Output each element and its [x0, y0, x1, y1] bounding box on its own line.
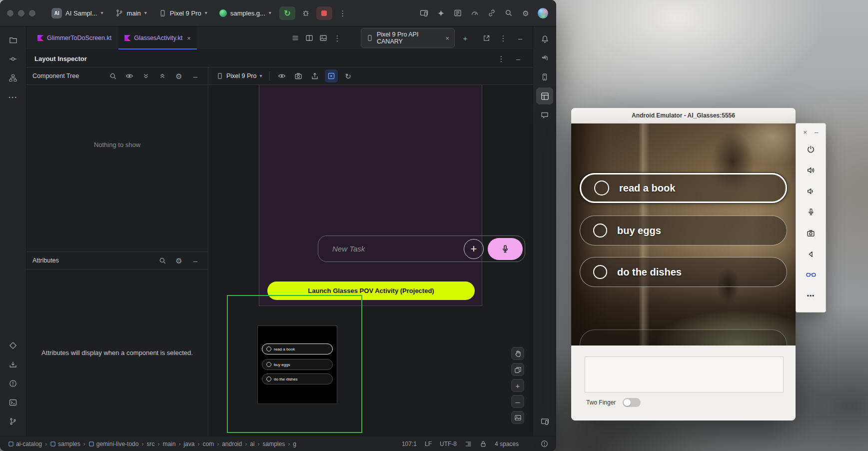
add-device-button[interactable]: +	[459, 32, 472, 44]
device-manager-button[interactable]	[485, 6, 498, 20]
view-options-button[interactable]	[275, 70, 288, 82]
attributes-settings-button[interactable]: ⚙	[172, 254, 185, 267]
breadcrumb-item[interactable]: gemini-live-todo	[88, 440, 139, 448]
project-tool-button[interactable]	[4, 32, 21, 48]
emulator-titlebar[interactable]: Android Emulator - AI_Glasses:5556	[571, 108, 796, 124]
touchpad-area[interactable]	[585, 356, 784, 392]
breadcrumb-item[interactable]: java	[183, 440, 194, 448]
open-in-new-window-button[interactable]	[480, 32, 493, 44]
more-run-actions-button[interactable]: ⋮	[336, 6, 349, 20]
dependencies-tool-button[interactable]	[4, 337, 21, 354]
back-button[interactable]	[801, 244, 821, 264]
collapse-all-button[interactable]	[156, 70, 169, 82]
running-devices-options-button[interactable]: ⋮	[497, 32, 510, 44]
profile-avatar[interactable]	[536, 6, 549, 20]
emulator-screen[interactable]: read a book buy eggs do the dishes	[571, 124, 796, 346]
screenshot-button[interactable]	[292, 70, 305, 82]
tree-visibility-button[interactable]	[123, 70, 136, 82]
caret-position-widget[interactable]: 107:1	[402, 440, 417, 448]
breadcrumb-item[interactable]: g	[293, 440, 296, 448]
minimize-window-button[interactable]	[18, 10, 24, 16]
zoom-out-button[interactable]: –	[511, 395, 524, 408]
camera-button[interactable]	[801, 222, 821, 244]
more-controls-button[interactable]: •••	[801, 286, 821, 306]
refresh-button[interactable]: ↻	[341, 70, 354, 82]
breadcrumb-item[interactable]: ai-catalog	[8, 440, 42, 448]
notifications-button[interactable]	[536, 30, 553, 48]
attributes-search-button[interactable]	[156, 254, 169, 267]
volume-down-button[interactable]	[801, 180, 821, 202]
debug-button[interactable]	[299, 6, 312, 20]
breadcrumb-item[interactable]: ai	[250, 440, 254, 448]
add-task-button[interactable]: +	[464, 239, 484, 259]
breadcrumb-item[interactable]: samples	[263, 440, 285, 448]
reset-zoom-button[interactable]	[511, 411, 524, 424]
terminal-tool-button[interactable]	[4, 394, 21, 411]
target-device-selector[interactable]: Pixel 9 Pro ▾	[155, 7, 211, 20]
inspector-device-selector[interactable]: Pixel 9 Pro ▾	[214, 72, 264, 80]
close-panel-button[interactable]: ×	[804, 128, 808, 136]
version-control-tool-button[interactable]	[4, 413, 21, 430]
editor-tab-options-button[interactable]: ⋮	[331, 32, 344, 44]
stop-button[interactable]	[316, 6, 332, 20]
lock-icon[interactable]	[480, 440, 487, 448]
hide-tree-button[interactable]: –	[189, 70, 202, 82]
volume-up-button[interactable]	[801, 160, 821, 180]
running-device-tab[interactable]: Pixel 9 Pro API CANARY ×	[361, 28, 455, 48]
voice-input-button[interactable]	[488, 238, 523, 260]
split-editor-button[interactable]	[303, 32, 316, 44]
device-render-canvas[interactable]: New Task + Launch Glasses POV Activity (…	[208, 85, 533, 436]
breadcrumb-item[interactable]: src	[146, 440, 154, 448]
power-button[interactable]	[801, 138, 821, 160]
tab-glimmer-todo-screen[interactable]: GlimmerToDoScreen.kt	[31, 26, 117, 50]
structure-tool-button[interactable]	[4, 70, 21, 86]
breadcrumb-item[interactable]: main	[162, 440, 175, 448]
problems-tool-button[interactable]	[4, 375, 21, 392]
export-snapshot-button[interactable]	[308, 70, 321, 82]
rerun-button[interactable]: ↻	[279, 6, 295, 20]
profiler-button[interactable]	[468, 6, 481, 20]
glasses-display-button[interactable]	[801, 264, 821, 286]
close-device-tab-icon[interactable]: ×	[445, 34, 449, 42]
editor-list-view-button[interactable]	[289, 32, 302, 44]
layout-inspector-tool-button[interactable]	[536, 88, 553, 104]
run-configuration-selector[interactable]: samples.g... ▾	[215, 7, 275, 20]
hide-inspector-button[interactable]: –	[512, 52, 525, 65]
minimize-panel-button[interactable]: –	[815, 128, 818, 136]
project-selector[interactable]: AI AI Sampl... ▾	[47, 6, 107, 21]
search-everywhere-button[interactable]	[502, 6, 515, 20]
gemini-chat-tool-button[interactable]	[536, 106, 553, 124]
preview-mode-button[interactable]	[317, 32, 330, 44]
layers-button[interactable]	[511, 363, 524, 376]
live-updates-toggle-button[interactable]	[325, 70, 338, 82]
breadcrumb-item[interactable]: samples	[50, 440, 80, 448]
indent-widget[interactable]: 4 spaces	[495, 440, 519, 448]
running-devices-button[interactable]	[417, 6, 430, 20]
tab-glasses-activity[interactable]: GlassesActivity.kt ×	[118, 26, 197, 50]
zoom-window-button[interactable]	[29, 10, 35, 16]
todo-item[interactable]: do the dishes	[580, 257, 787, 287]
expand-all-button[interactable]	[139, 70, 152, 82]
todo-item-partial[interactable]	[580, 330, 787, 346]
two-finger-toggle[interactable]	[623, 398, 641, 407]
settings-button[interactable]: ⚙	[519, 6, 532, 20]
gemini-button[interactable]	[434, 6, 447, 20]
indent-icon[interactable]	[465, 440, 472, 448]
zoom-in-button[interactable]: +	[511, 379, 524, 392]
todo-item[interactable]: buy eggs	[580, 216, 787, 246]
build-tool-button[interactable]	[4, 356, 21, 373]
more-tool-windows-button[interactable]: ···	[4, 88, 21, 106]
new-task-field[interactable]: New Task +	[318, 236, 525, 262]
commit-tool-button[interactable]	[4, 50, 21, 68]
todo-item[interactable]: read a book	[580, 173, 787, 203]
breadcrumb-item[interactable]: android	[222, 440, 242, 448]
hide-attributes-button[interactable]: –	[189, 254, 202, 267]
tree-search-button[interactable]	[106, 70, 119, 82]
inspector-options-button[interactable]: ⋮	[495, 52, 508, 65]
logcat-button[interactable]	[451, 6, 464, 20]
error-indicator-icon[interactable]	[541, 440, 548, 448]
running-devices-tool-button[interactable]	[536, 413, 553, 430]
close-tab-icon[interactable]: ×	[187, 34, 191, 42]
close-window-button[interactable]	[7, 10, 13, 16]
pan-button[interactable]	[511, 347, 524, 360]
